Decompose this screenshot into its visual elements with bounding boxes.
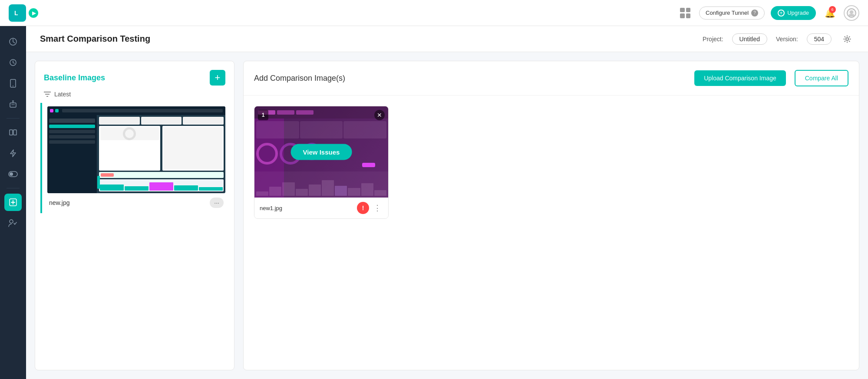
content-panels: Baseline Images + Latest: [26, 52, 868, 379]
sidebar-item-compare[interactable]: [4, 124, 22, 141]
baseline-item[interactable]: new.jpg ···: [40, 103, 229, 213]
comparison-card-footer: new1.jpg ! ⋮: [254, 198, 388, 218]
notification-badge: 6: [829, 6, 836, 13]
sidebar-item-lightning[interactable]: [4, 145, 22, 162]
alert-icon: !: [357, 202, 369, 214]
baseline-panel: Baseline Images + Latest: [35, 61, 234, 370]
configure-tunnel-label: Configure Tunnel: [706, 10, 749, 16]
latest-filter-label: Latest: [54, 91, 71, 98]
svg-rect-15: [10, 130, 13, 135]
apps-grid-icon[interactable]: [677, 5, 693, 21]
page-header: Smart Comparison Testing Project: Untitl…: [26, 26, 868, 52]
settings-button[interactable]: [840, 32, 854, 46]
configure-tunnel-button[interactable]: Configure Tunnel ?: [699, 7, 765, 20]
baseline-panel-title: Baseline Images: [44, 73, 205, 82]
page-title: Smart Comparison Testing: [40, 34, 150, 44]
sidebar-item-dashboard[interactable]: [4, 33, 22, 50]
svg-rect-16: [13, 130, 17, 135]
sidebar: [0, 26, 26, 379]
app-logo: L: [9, 4, 26, 22]
baseline-more-button[interactable]: ···: [210, 198, 224, 208]
close-card-button[interactable]: ✕: [374, 110, 385, 120]
sidebar-item-device[interactable]: [4, 75, 22, 92]
compare-all-button[interactable]: Compare All: [795, 70, 848, 86]
baseline-thumbnail: [47, 106, 225, 193]
comparison-header: Add Comparison Image(s) Upload Compariso…: [244, 61, 859, 96]
baseline-filename: new.jpg: [49, 199, 69, 206]
baseline-item-name-row: new.jpg ···: [47, 198, 225, 208]
svg-rect-10: [10, 103, 16, 107]
comp-card-more-button[interactable]: ⋮: [372, 203, 383, 213]
app-body: Smart Comparison Testing Project: Untitl…: [0, 26, 868, 379]
sidebar-item-add[interactable]: [4, 194, 22, 211]
svg-point-23: [846, 38, 848, 40]
upgrade-plus-icon: +: [778, 10, 785, 16]
svg-point-22: [10, 220, 13, 223]
svg-point-18: [10, 172, 13, 176]
comparison-card: 1 ✕ View Issues new1.jpg ! ⋮: [254, 106, 389, 219]
upgrade-button[interactable]: + Upgrade: [771, 6, 816, 20]
comparison-panel: Add Comparison Image(s) Upload Compariso…: [243, 61, 859, 370]
sidebar-divider-1: [7, 118, 20, 119]
comparison-card-image: 1 ✕ View Issues: [254, 106, 388, 198]
comparison-content: 1 ✕ View Issues new1.jpg ! ⋮: [244, 96, 859, 370]
project-selector[interactable]: Untitled: [732, 33, 767, 45]
main-content: Smart Comparison Testing Project: Untitl…: [26, 26, 868, 379]
card-number: 1: [258, 110, 268, 120]
comp-card-filename: new1.jpg: [260, 205, 357, 211]
svg-rect-11: [12, 104, 13, 105]
help-icon: ?: [751, 10, 758, 16]
notifications-button[interactable]: 🔔 6: [822, 5, 838, 21]
version-selector[interactable]: 504: [807, 33, 832, 45]
baseline-list: new.jpg ···: [35, 103, 234, 370]
top-navigation: L ▶ Configure Tunnel ? + Upgrade 🔔 6: [0, 0, 868, 26]
version-label: Version:: [776, 36, 798, 43]
sidebar-divider-2: [7, 188, 20, 188]
upgrade-label: Upgrade: [787, 10, 809, 16]
logo-arrow: ▶: [29, 8, 38, 18]
sidebar-item-history[interactable]: [4, 54, 22, 71]
sidebar-item-automation[interactable]: [4, 96, 22, 113]
upload-comparison-button[interactable]: Upload Comparison Image: [694, 70, 786, 86]
svg-point-9: [13, 86, 13, 86]
svg-text:L: L: [14, 10, 18, 16]
sidebar-item-toggle[interactable]: [4, 165, 22, 183]
sidebar-item-team[interactable]: [4, 214, 22, 232]
baseline-panel-header: Baseline Images +: [35, 61, 234, 91]
add-baseline-button[interactable]: +: [210, 70, 225, 86]
user-avatar-button[interactable]: [844, 5, 859, 21]
comparison-panel-title: Add Comparison Image(s): [254, 74, 686, 83]
latest-filter[interactable]: Latest: [35, 91, 234, 103]
svg-rect-12: [13, 104, 14, 105]
svg-point-5: [850, 10, 853, 14]
view-issues-button[interactable]: View Issues: [291, 144, 352, 160]
project-label: Project:: [703, 36, 723, 43]
baseline-image-sim: [47, 106, 225, 193]
svg-point-14: [13, 101, 14, 102]
